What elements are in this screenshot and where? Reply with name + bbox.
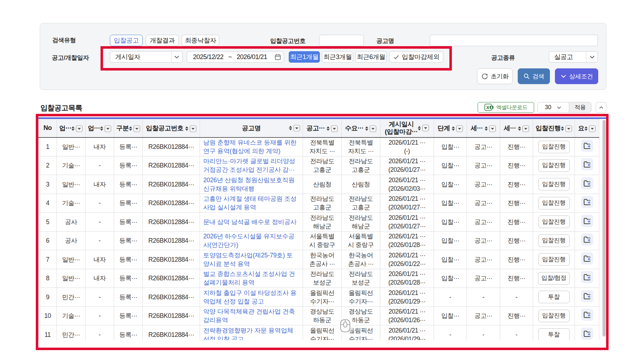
svg-text:X: X <box>486 105 489 110</box>
